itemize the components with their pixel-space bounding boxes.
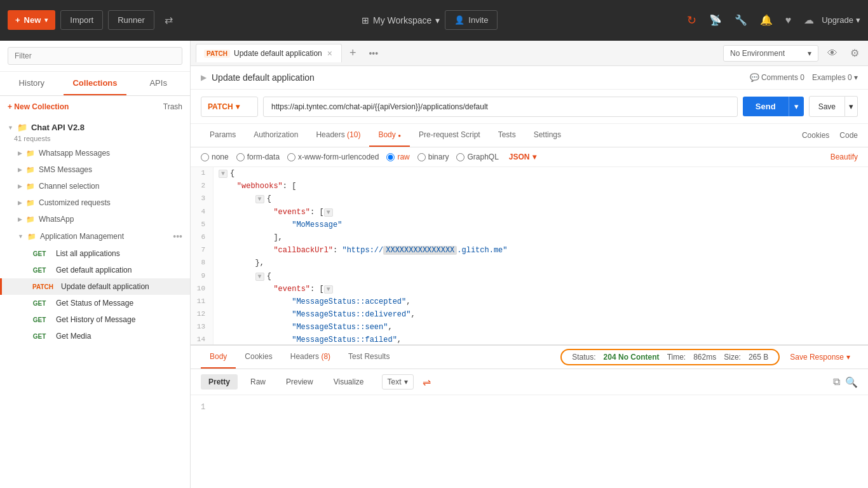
radio-graphql[interactable] xyxy=(456,153,465,161)
runner-button[interactable]: Runner xyxy=(108,10,154,30)
option-binary[interactable]: binary xyxy=(417,152,449,161)
folder-menu-button[interactable]: ••• xyxy=(173,231,182,241)
workspace-button[interactable]: ⊞ My Workspace ▾ xyxy=(362,15,440,25)
format-icons: ⧉ 🔍 xyxy=(833,376,858,388)
response-tab-cookies[interactable]: Cookies xyxy=(236,346,281,369)
request-get-status[interactable]: GET Get Status of Message xyxy=(0,295,190,311)
fold-icon[interactable]: ▼ xyxy=(324,208,333,217)
url-input[interactable] xyxy=(263,97,738,117)
search-input[interactable] xyxy=(8,47,182,65)
send-dropdown-button[interactable]: ▾ xyxy=(789,97,804,116)
beautify-button[interactable]: Beautify xyxy=(831,152,858,161)
title-arrow[interactable]: ▶ xyxy=(201,73,207,82)
import-button[interactable]: Import xyxy=(60,10,103,30)
radio-urlencoded[interactable] xyxy=(287,153,295,161)
examples-label[interactable]: Examples 0 ▾ xyxy=(812,73,858,82)
more-tabs-button[interactable]: ••• xyxy=(363,46,383,61)
folder-application-management[interactable]: ▼ 📁 Application Management ••• xyxy=(0,227,190,245)
format-json-select[interactable]: JSON ▾ xyxy=(509,152,536,161)
active-request-tab[interactable]: PATCH Update default application × xyxy=(196,44,342,62)
antenna-icon[interactable]: 📡 xyxy=(704,9,727,31)
response-tab-headers[interactable]: Headers (8) xyxy=(281,346,339,369)
save-response-button[interactable]: Save Response ▾ xyxy=(790,353,850,362)
format-tab-pretty[interactable]: Pretty xyxy=(201,374,238,390)
format-type-selector[interactable]: Text ▾ xyxy=(382,374,414,390)
req-tab-prerequest[interactable]: Pre-request Script xyxy=(410,124,489,147)
env-eye-button[interactable]: 👁 xyxy=(824,44,841,63)
req-tab-settings[interactable]: Settings xyxy=(525,124,570,147)
option-urlencoded[interactable]: x-www-form-urlencoded xyxy=(287,152,379,161)
status-value: 204 No Content xyxy=(604,353,660,362)
heart-icon[interactable]: ♥ xyxy=(780,10,797,31)
save-dropdown-button[interactable]: ▾ xyxy=(845,96,858,117)
format-tab-preview[interactable]: Preview xyxy=(278,374,321,390)
request-name: Get default application xyxy=(56,266,132,274)
request-get-default[interactable]: GET Get default application xyxy=(0,262,190,278)
tab-close-button[interactable]: × xyxy=(326,48,334,58)
response-tab-testresults[interactable]: Test Results xyxy=(339,346,398,369)
radio-none[interactable] xyxy=(201,153,209,161)
copy-icon[interactable]: ⧉ xyxy=(833,376,840,388)
request-get-media[interactable]: GET Get Media xyxy=(0,328,190,344)
env-settings-button[interactable]: ⚙ xyxy=(846,43,863,63)
cookies-link[interactable]: Cookies xyxy=(802,131,829,140)
env-selector[interactable]: No Environment ▾ xyxy=(723,45,818,62)
request-list-all[interactable]: GET List all applications xyxy=(0,245,190,262)
save-button[interactable]: Save xyxy=(809,96,845,117)
search-icon[interactable]: 🔍 xyxy=(845,376,858,388)
option-raw[interactable]: raw xyxy=(386,152,409,161)
tab-history[interactable]: History xyxy=(0,72,64,95)
tab-name: Update default application xyxy=(234,49,322,58)
comments-label[interactable]: 💬 Comments 0 xyxy=(750,73,804,82)
option-formdata[interactable]: form-data xyxy=(236,152,280,161)
method-selector[interactable]: PATCH ▾ xyxy=(201,97,258,117)
folder-sms-messages[interactable]: ▶ 📁 SMS Messages xyxy=(0,161,190,178)
folder-channel-selection[interactable]: ▶ 📁 Channel selection xyxy=(0,178,190,194)
invite-button[interactable]: 👤 Invite xyxy=(445,10,498,30)
fork-icon[interactable]: ⇄ xyxy=(159,9,178,31)
code-editor[interactable]: 1 ▼{ 2 "webhooks": [ 3 ▼{ 4 "events": [▼… xyxy=(191,167,868,345)
tab-bar: PATCH Update default application × + •••… xyxy=(191,41,868,66)
folder-whatsapp-messages[interactable]: ▶ 📁 Whatsapp Messages xyxy=(0,145,190,161)
add-tab-button[interactable]: + xyxy=(344,44,362,62)
radio-raw[interactable] xyxy=(386,153,395,161)
fold-icon[interactable]: ▼ xyxy=(324,285,333,294)
fold-icon[interactable]: ▼ xyxy=(255,195,264,203)
send-button[interactable]: Send xyxy=(743,97,789,116)
folder-customized-requests[interactable]: ▶ 📁 Customized requests xyxy=(0,194,190,211)
folder-arrow-icon: ▶ xyxy=(18,200,22,206)
option-graphql[interactable]: GraphQL xyxy=(456,152,498,161)
code-line-7: 7 "callbackUrl": "https://XXXXXXXXXXXXXX… xyxy=(191,244,868,257)
option-none[interactable]: none xyxy=(201,152,229,161)
new-button[interactable]: + New ▾ xyxy=(8,10,55,30)
cloud-icon[interactable]: ☁ xyxy=(799,9,819,31)
json-label: JSON xyxy=(509,152,530,161)
req-tab-authorization[interactable]: Authorization xyxy=(245,124,307,147)
request-update-default[interactable]: PATCH Update default application xyxy=(0,278,190,295)
req-tab-params[interactable]: Params xyxy=(201,124,245,147)
request-get-history[interactable]: GET Get History of Message xyxy=(0,311,190,328)
tab-collections[interactable]: Collections xyxy=(64,72,127,95)
upgrade-button[interactable]: Upgrade ▾ xyxy=(822,15,860,25)
radio-binary[interactable] xyxy=(417,153,426,161)
code-link[interactable]: Code xyxy=(839,131,858,140)
bell-icon[interactable]: 🔔 xyxy=(755,9,778,31)
req-tab-body[interactable]: Body ● xyxy=(369,124,410,147)
req-tab-tests[interactable]: Tests xyxy=(489,124,525,147)
fold-icon[interactable]: ▼ xyxy=(255,273,264,281)
fold-icon[interactable]: ▼ xyxy=(219,170,227,178)
format-tab-raw[interactable]: Raw xyxy=(243,374,273,390)
radio-formdata[interactable] xyxy=(236,153,245,161)
response-tab-body[interactable]: Body xyxy=(201,346,236,369)
trash-button[interactable]: Trash xyxy=(163,102,182,111)
tab-apis[interactable]: APIs xyxy=(126,72,190,95)
code-line-14: 14 "MessageStatus::failed", xyxy=(191,334,868,345)
wrap-icon[interactable]: ⇌ xyxy=(423,376,431,388)
tools-icon[interactable]: 🔧 xyxy=(729,9,752,31)
sync-icon[interactable]: ↻ xyxy=(682,8,702,32)
format-tab-visualize[interactable]: Visualize xyxy=(326,374,372,390)
req-tab-headers[interactable]: Headers (10) xyxy=(307,124,369,147)
method-badge-get: GET xyxy=(28,266,51,274)
new-collection-button[interactable]: + New Collection xyxy=(8,102,69,111)
folder-whatsapp[interactable]: ▶ 📁 WhatsApp xyxy=(0,211,190,227)
